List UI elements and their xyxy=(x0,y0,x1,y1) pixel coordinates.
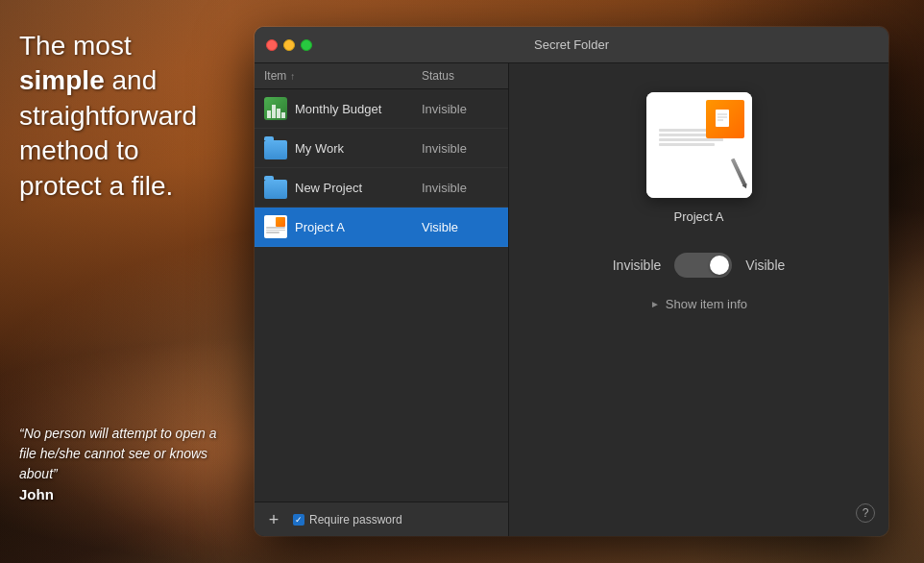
headline-line1: The most xyxy=(19,31,132,61)
close-button[interactable] xyxy=(266,39,278,51)
quote-area: “No person will attempt to open a file h… xyxy=(19,424,221,506)
bottom-bar: + ✓ Require password xyxy=(255,502,508,536)
preview-file-name: Project A xyxy=(673,209,723,224)
headline-and: and xyxy=(111,65,157,95)
file-list: Monthly Budget Invisible My Work Invisib… xyxy=(255,89,508,502)
file-name: My Work xyxy=(295,141,422,156)
headline: The most simple and straightforward meth… xyxy=(19,29,197,204)
project-icon xyxy=(264,215,287,238)
secret-folder-window: Secret Folder Item ↑ Status xyxy=(255,27,888,536)
headline-line5: protect a file. xyxy=(19,171,173,201)
show-item-info[interactable]: ► Show item info xyxy=(650,297,747,311)
left-text-area: The most simple and straightforward meth… xyxy=(19,29,197,211)
triangle-icon: ► xyxy=(650,299,660,309)
show-info-label: Show item info xyxy=(666,297,747,311)
file-status: Invisible xyxy=(422,102,498,116)
folder-icon xyxy=(264,176,287,199)
quote-author: John xyxy=(19,484,221,506)
file-panel: Item ↑ Status Monthly Budget Invisible xyxy=(255,63,509,536)
visibility-toggle[interactable] xyxy=(674,253,732,278)
visible-label: Visible xyxy=(745,257,785,273)
file-preview xyxy=(646,92,752,198)
document-preview xyxy=(646,92,752,198)
budget-icon xyxy=(264,97,287,120)
headline-bold: simple xyxy=(19,65,105,95)
list-item[interactable]: Monthly Budget Invisible xyxy=(255,89,508,129)
help-button[interactable]: ? xyxy=(856,503,875,523)
status-column-header: Status xyxy=(422,69,498,83)
require-password-checkbox[interactable]: ✓ xyxy=(293,514,304,526)
require-password-option[interactable]: ✓ Require password xyxy=(293,513,402,526)
headline-line3: straightforward xyxy=(19,101,197,131)
invisible-label: Invisible xyxy=(613,257,662,273)
list-item[interactable]: Project A Visible xyxy=(255,208,508,247)
traffic-lights xyxy=(266,39,312,51)
sticky-note-icon xyxy=(706,100,744,138)
svg-rect-0 xyxy=(716,110,729,127)
file-name: New Project xyxy=(295,181,422,195)
list-item[interactable]: New Project Invisible xyxy=(255,168,508,208)
require-password-label: Require password xyxy=(309,513,402,526)
file-status: Invisible xyxy=(422,141,498,156)
folder-icon xyxy=(264,136,287,159)
minimize-button[interactable] xyxy=(283,39,295,51)
item-column-header[interactable]: Item ↑ xyxy=(264,69,422,83)
sort-arrow-icon: ↑ xyxy=(290,71,295,82)
file-name: Project A xyxy=(295,220,422,234)
column-headers: Item ↑ Status xyxy=(255,63,508,89)
add-button[interactable]: + xyxy=(264,510,283,529)
file-status: Invisible xyxy=(422,181,498,195)
window-title: Secret Folder xyxy=(534,37,609,52)
headline-line4: method to xyxy=(19,135,139,165)
detail-panel: Project A Invisible Visible ► Show item … xyxy=(509,63,888,536)
file-name: Monthly Budget xyxy=(295,102,422,116)
list-item[interactable]: My Work Invisible xyxy=(255,129,508,168)
pen-icon xyxy=(730,159,745,186)
visibility-toggle-area: Invisible Visible xyxy=(613,253,786,278)
maximize-button[interactable] xyxy=(301,39,312,51)
titlebar: Secret Folder xyxy=(255,27,888,63)
quote-text: “No person will attempt to open a file h… xyxy=(19,424,221,484)
file-status: Visible xyxy=(422,220,498,234)
window-body: Item ↑ Status Monthly Budget Invisible xyxy=(255,63,888,536)
